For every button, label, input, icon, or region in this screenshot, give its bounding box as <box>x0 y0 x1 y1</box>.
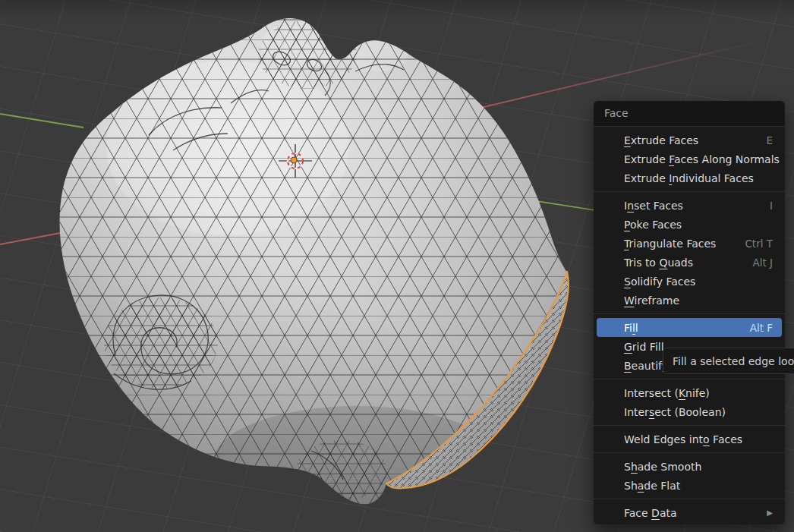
context-menu-items: Extrude FacesEExtrude Faces Along Normal… <box>594 127 785 522</box>
menu-item-triangulate-faces[interactable]: Triangulate FacesCtrl T <box>597 234 782 253</box>
menu-item-label: Shade Flat <box>624 480 680 492</box>
menu-item-wireframe[interactable]: Wireframe <box>597 291 782 310</box>
menu-separator <box>594 499 785 499</box>
menu-item-label: Weld Edges into Faces <box>624 433 742 445</box>
menu-item-label: Tris to Quads <box>624 257 693 269</box>
menu-separator <box>594 425 785 426</box>
menu-item-label: Poke Faces <box>624 219 682 231</box>
menu-separator <box>594 191 785 192</box>
menu-item-shortcut: E <box>766 134 773 146</box>
menu-item-shortcut: Alt J <box>752 257 773 269</box>
submenu-arrow-icon: ▶ <box>767 503 773 522</box>
menu-item-poke-faces[interactable]: Poke Faces <box>597 215 782 234</box>
menu-item-label: Shade Smooth <box>624 461 701 473</box>
menu-item-label: Triangulate Faces <box>624 238 716 250</box>
menu-item-label: Extrude Faces Along Normals <box>624 153 780 165</box>
menu-item-intersect-boolean[interactable]: Intersect (Boolean) <box>597 402 782 421</box>
menu-item-label: Solidify Faces <box>624 275 695 288</box>
menu-item-extrude-individual-faces[interactable]: Extrude Individual Faces <box>597 168 782 187</box>
menu-separator <box>594 452 785 453</box>
menu-item-shade-flat[interactable]: Shade Flat <box>597 476 782 495</box>
menu-item-shade-smooth[interactable]: Shade Smooth <box>597 457 782 476</box>
y-axis-line <box>0 114 83 127</box>
menu-item-shortcut: Alt F <box>750 322 773 334</box>
menu-item-extrude-faces[interactable]: Extrude FacesE <box>597 131 782 150</box>
tooltip-text: Fill a selected edge loop w <box>673 355 794 367</box>
menu-item-label: Extrude Individual Faces <box>624 172 754 184</box>
menu-item-inset-faces[interactable]: Inset FacesI <box>597 196 782 215</box>
menu-item-label: Inset Faces <box>624 200 683 212</box>
tooltip: Fill a selected edge loop w <box>663 348 794 374</box>
menu-item-extrude-faces-along-normals[interactable]: Extrude Faces Along Normals <box>597 150 782 168</box>
face-context-menu: Face Extrude FacesEExtrude Faces Along N… <box>594 101 785 524</box>
menu-item-fill[interactable]: FillAlt F <box>597 318 782 337</box>
menu-item-label: Wireframe <box>624 294 679 307</box>
menu-item-solidify-faces[interactable]: Solidify Faces <box>597 272 782 291</box>
menu-separator <box>594 379 785 379</box>
menu-item-label: Intersect (Knife) <box>624 387 710 399</box>
menu-item-label: Intersect (Boolean) <box>624 406 726 418</box>
object-origin-dot <box>291 157 297 163</box>
menu-item-label: Fill <box>624 322 638 334</box>
menu-item-label: Face Data <box>624 507 677 519</box>
menu-separator <box>594 313 785 314</box>
menu-item-tris-to-quads[interactable]: Tris to QuadsAlt J <box>597 253 782 272</box>
menu-item-label: Grid Fill <box>624 341 664 353</box>
menu-item-label: Extrude Faces <box>624 134 698 146</box>
menu-item-weld-edges-into-faces[interactable]: Weld Edges into Faces <box>597 430 782 449</box>
menu-item-shortcut: Ctrl T <box>745 238 773 250</box>
menu-title: Face <box>594 101 785 127</box>
menu-item-intersect-knife[interactable]: Intersect (Knife) <box>597 383 782 402</box>
menu-item-face-data[interactable]: Face Data▶ <box>597 503 782 522</box>
menu-item-shortcut: I <box>770 200 773 212</box>
